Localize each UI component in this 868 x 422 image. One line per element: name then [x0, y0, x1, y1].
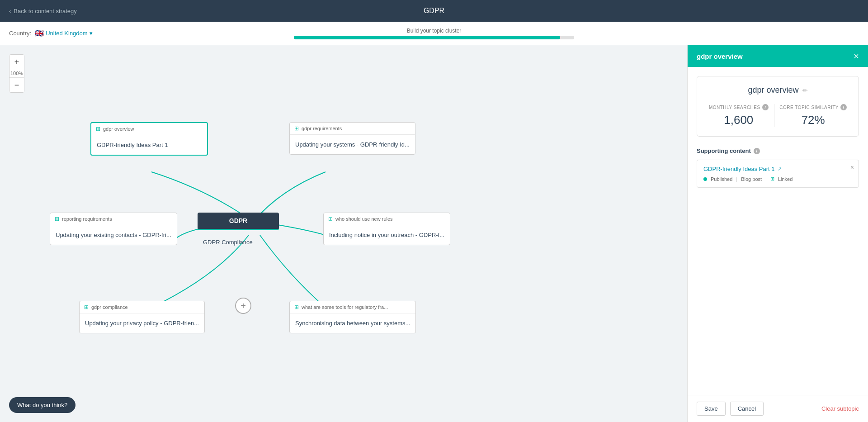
node-icon: ⊞ — [328, 216, 333, 222]
zoom-level: 100% — [9, 69, 24, 78]
monthly-searches-stat: MONTHLY SEARCHES i 1,600 — [709, 104, 769, 127]
page-title: GDPR — [424, 7, 444, 15]
clear-subtopic-button[interactable]: Clear subtopic — [821, 405, 859, 412]
linked-text: Linked — [778, 176, 793, 182]
panel-title: gdpr overview — [697, 52, 743, 60]
back-arrow-icon: ‹ — [9, 8, 11, 14]
progress-area: Build your topic cluster — [294, 28, 574, 39]
center-node-body-text: GDPR Compliance — [198, 231, 311, 252]
node-icon: ⊞ — [55, 216, 59, 222]
progress-label: Build your topic cluster — [407, 28, 462, 34]
node-body: Updating your systems - GDPR-friendly Id… — [290, 135, 415, 154]
node-body: Synchronising data between your systems.… — [290, 313, 415, 333]
zoom-in-button[interactable]: + — [9, 55, 24, 69]
cancel-button[interactable]: Cancel — [730, 402, 764, 416]
link-icon: ⊞ — [770, 176, 774, 182]
external-link-icon: ↗ — [778, 166, 782, 172]
node-header-label: gdpr compliance — [91, 304, 128, 310]
country-selector[interactable]: United Kingdom ▾ — [46, 30, 93, 37]
panel-header: gdpr overview × — [688, 45, 868, 67]
supporting-link-text: GDPR-friendly Ideas Part 1 — [703, 166, 775, 172]
flag-icon: 🇬🇧 — [35, 29, 44, 38]
overview-card-title: gdpr overview ✏ — [706, 85, 849, 95]
status-dot — [703, 177, 707, 181]
zoom-out-button[interactable]: − — [9, 78, 24, 92]
panel-content: gdpr overview ✏ MONTHLY SEARCHES i 1,600 — [688, 67, 868, 395]
core-topic-similarity-stat: CORE TOPIC SIMILARITY i 72% — [779, 104, 847, 127]
node-header-label: reporting requirements — [62, 216, 112, 222]
meta-separator-2: | — [765, 176, 767, 182]
core-topic-similarity-info-icon[interactable]: i — [840, 104, 847, 110]
node-regulatory-fra[interactable]: ⊞ what are some tools for regulatory fra… — [289, 301, 416, 333]
center-node-label: GDPR — [207, 217, 270, 224]
panel-footer: Save Cancel Clear subtopic — [688, 395, 868, 422]
add-node-button[interactable]: + — [235, 298, 251, 314]
edit-icon[interactable]: ✏ — [802, 87, 808, 94]
node-body: Updating your existing contacts - GDPR-f… — [50, 225, 177, 245]
stats-row: MONTHLY SEARCHES i 1,600 CORE TOPIC SIMI… — [706, 104, 849, 127]
node-header-label: gdpr overview — [103, 126, 134, 132]
node-gdpr-compliance[interactable]: ⊞ gdpr compliance Updating your privacy … — [79, 301, 205, 333]
node-icon: ⊞ — [84, 304, 89, 310]
country-label: Country: — [9, 30, 31, 37]
node-regulatory-fra-header: ⊞ what are some tools for regulatory fra… — [290, 301, 415, 313]
supporting-item: × GDPR-friendly Ideas Part 1 ↗ Published… — [697, 160, 859, 188]
node-gdpr-requirements[interactable]: ⊞ gdpr requirements Updating your system… — [289, 122, 415, 155]
supporting-content-label: Supporting content — [697, 147, 751, 154]
core-topic-similarity-label: CORE TOPIC SIMILARITY i — [779, 104, 847, 110]
monthly-searches-info-icon[interactable]: i — [762, 104, 769, 110]
node-icon: ⊞ — [294, 304, 299, 310]
toolbar: Country: 🇬🇧 United Kingdom ▾ Build your … — [0, 22, 868, 45]
node-gdpr-overview-header: ⊞ gdpr overview — [91, 123, 207, 135]
zoom-controls: + 100% − — [9, 54, 24, 93]
node-body: GDPR-friendly Ideas Part 1 — [91, 135, 207, 155]
progress-bar-fill — [294, 36, 560, 39]
node-body: Including notice in your outreach - GDPR… — [324, 225, 450, 245]
node-icon: ⊞ — [96, 126, 100, 132]
node-gdpr-overview[interactable]: ⊞ gdpr overview GDPR-friendly Ideas Part… — [90, 122, 208, 156]
node-who-should-use[interactable]: ⊞ who should use new rules Including not… — [323, 213, 450, 245]
feedback-button[interactable]: What do you think? — [9, 397, 75, 413]
save-button[interactable]: Save — [697, 402, 726, 416]
supporting-item-close-button[interactable]: × — [850, 164, 854, 171]
right-panel: gdpr overview × gdpr overview ✏ MONTHLY … — [687, 45, 868, 422]
node-body: Updating your privacy policy - GDPR-frie… — [80, 313, 204, 333]
monthly-searches-value: 1,600 — [724, 113, 753, 127]
stat-divider — [774, 104, 774, 127]
chevron-down-icon: ▾ — [90, 30, 93, 37]
center-node-body[interactable]: GDPR Compliance — [198, 231, 311, 252]
back-label: Back to content strategy — [14, 8, 76, 14]
main-container: + 100% − ⊞ gdpr overview GDPR-friendly I… — [0, 45, 868, 422]
header: ‹ Back to content strategy GDPR — [0, 0, 868, 22]
country-name: United Kingdom — [46, 30, 88, 37]
supporting-link[interactable]: GDPR-friendly Ideas Part 1 ↗ — [703, 166, 852, 172]
node-header-label: gdpr requirements — [302, 126, 342, 131]
supporting-meta: Published | Blog post | ⊞ Linked — [703, 176, 852, 182]
meta-separator: | — [736, 176, 737, 182]
overview-card: gdpr overview ✏ MONTHLY SEARCHES i 1,600 — [697, 76, 859, 137]
card-title-text: gdpr overview — [748, 85, 798, 95]
node-gdpr-requirements-header: ⊞ gdpr requirements — [290, 123, 415, 135]
node-icon: ⊞ — [294, 125, 299, 132]
node-who-should-use-header: ⊞ who should use new rules — [324, 213, 450, 225]
plus-icon: + — [241, 301, 246, 311]
status-text: Published — [711, 176, 732, 182]
node-reporting-requirements-header: ⊞ reporting requirements — [50, 213, 177, 225]
core-topic-similarity-value: 72% — [802, 113, 825, 127]
canvas-area[interactable]: + 100% − ⊞ gdpr overview GDPR-friendly I… — [0, 45, 687, 422]
node-gdpr-compliance-header: ⊞ gdpr compliance — [80, 301, 204, 313]
progress-bar-background — [294, 36, 574, 39]
supporting-content-section: Supporting content i — [697, 147, 859, 154]
monthly-searches-label: MONTHLY SEARCHES i — [709, 104, 769, 110]
supporting-content-info-icon[interactable]: i — [754, 148, 760, 154]
panel-close-button[interactable]: × — [854, 52, 859, 61]
back-button[interactable]: ‹ Back to content strategy — [9, 8, 77, 14]
center-node[interactable]: GDPR — [198, 213, 279, 230]
content-type: Blog post — [741, 176, 762, 182]
node-header-label: what are some tools for regulatory fra..… — [302, 304, 388, 310]
node-header-label: who should use new rules — [335, 216, 393, 222]
node-reporting-requirements[interactable]: ⊞ reporting requirements Updating your e… — [50, 213, 177, 245]
